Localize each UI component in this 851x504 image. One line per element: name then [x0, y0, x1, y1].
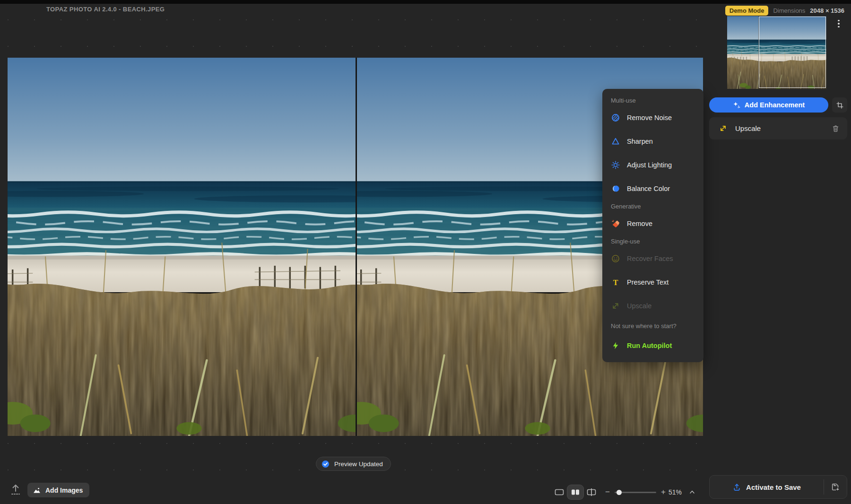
- app-window: TOPAZ PHOTO AI 2.4.0 - BEACH.JPEG Demo M…: [0, 0, 851, 504]
- sparkle-icon: [733, 101, 741, 109]
- menu-item-preserve-text[interactable]: T Preserve Text: [602, 270, 703, 294]
- menu-item-upscale[interactable]: Upscale: [602, 294, 703, 318]
- generative-remove-icon: [611, 219, 620, 228]
- enhancement-menu: Multi-use Remove Noise Sharpen: [602, 89, 703, 362]
- titlebar: TOPAZ PHOTO AI 2.4.0 - BEACH.JPEG Demo M…: [0, 4, 851, 17]
- menu-item-label: Remove Noise: [627, 114, 672, 122]
- menu-item-label: Upscale: [627, 302, 651, 310]
- app-title: TOPAZ PHOTO AI 2.4.0 - BEACH.JPEG: [46, 6, 165, 13]
- compare-view-icon: [586, 487, 597, 497]
- zoom-out-button[interactable]: −: [604, 487, 611, 497]
- add-images-button[interactable]: Add Images: [27, 483, 89, 497]
- menu-section-single-use: Single-use: [602, 235, 703, 247]
- trash-icon[interactable]: [832, 124, 840, 133]
- menu-item-label: Sharpen: [627, 138, 653, 145]
- preview-area: [8, 58, 703, 436]
- upscale-filter-label: Upscale: [735, 124, 824, 132]
- preview-updated-toast: Preview Updated: [316, 457, 391, 471]
- single-view-icon: [554, 487, 564, 497]
- menu-item-remove-noise[interactable]: Remove Noise: [602, 106, 703, 130]
- view-single-button[interactable]: [551, 485, 567, 499]
- navigator-viewport-rect[interactable]: [759, 17, 826, 88]
- menu-item-remove[interactable]: Remove: [602, 212, 703, 235]
- demo-mode-badge[interactable]: Demo Mode: [725, 6, 769, 16]
- preview-before-image[interactable]: [8, 58, 356, 436]
- menu-section-multi-use: Multi-use: [602, 95, 703, 106]
- window-top-strip: [0, 0, 851, 4]
- view-mode-toolbar: [551, 484, 599, 500]
- menu-item-run-autopilot[interactable]: Run Autopilot: [602, 334, 703, 357]
- menu-item-label: Adjust Lighting: [627, 161, 672, 169]
- remove-noise-icon: [611, 113, 620, 122]
- crop-icon: [836, 101, 844, 109]
- save-plus-icon: [831, 482, 840, 492]
- menu-item-label: Balance Color: [627, 185, 670, 192]
- split-view-icon: [570, 487, 581, 497]
- menu-item-sharpen[interactable]: Sharpen: [602, 130, 703, 153]
- menu-item-balance-color[interactable]: Balance Color: [602, 177, 703, 200]
- export-icon: [732, 483, 741, 492]
- filter-row-upscale[interactable]: Upscale: [709, 117, 847, 139]
- activate-to-save-button[interactable]: Activate to Save: [709, 475, 847, 499]
- menu-section-generative: Generative: [602, 200, 703, 212]
- zoom-presets-expander[interactable]: [688, 484, 696, 500]
- beach-photo-before: [8, 58, 356, 436]
- add-enhancement-label: Add Enhancement: [745, 101, 805, 109]
- save-options-button[interactable]: [824, 476, 847, 498]
- zoom-slider[interactable]: [615, 492, 656, 493]
- activate-to-save-label: Activate to Save: [746, 483, 801, 491]
- recover-faces-icon: [611, 254, 620, 263]
- zoom-percent-value[interactable]: 51%: [669, 484, 682, 500]
- menu-item-label: Remove: [627, 220, 652, 227]
- navigator-thumbnail[interactable]: [727, 16, 826, 89]
- preview-updated-label: Preview Updated: [334, 461, 383, 468]
- zoom-slider-handle[interactable]: [617, 490, 622, 495]
- zoom-control: − +: [604, 484, 667, 500]
- menu-item-adjust-lighting[interactable]: Adjust Lighting: [602, 153, 703, 177]
- menu-item-label: Run Autopilot: [627, 342, 672, 349]
- menu-item-recover-faces[interactable]: Recover Faces: [602, 247, 703, 270]
- import-button[interactable]: [9, 483, 22, 497]
- dimensions-label: Dimensions: [773, 7, 805, 14]
- preserve-text-icon: T: [611, 278, 620, 287]
- kebab-menu-icon[interactable]: [835, 17, 842, 30]
- menu-item-label: Recover Faces: [627, 255, 673, 262]
- view-compare-button[interactable]: [583, 485, 599, 499]
- image-icon: [32, 486, 42, 495]
- sharpen-icon: [611, 137, 620, 146]
- add-enhancement-button[interactable]: Add Enhancement: [709, 97, 828, 113]
- add-images-label: Add Images: [45, 487, 83, 494]
- crop-button[interactable]: [832, 97, 847, 113]
- dimensions-value: 2048 × 1536: [810, 7, 844, 14]
- upload-arrow-icon: [9, 483, 22, 497]
- upscale-disabled-icon: [611, 301, 620, 311]
- view-split-button[interactable]: [567, 485, 583, 499]
- chevron-up-icon: [688, 488, 696, 496]
- menu-item-label: Preserve Text: [627, 278, 669, 286]
- svg-text:T: T: [613, 278, 618, 287]
- check-circle-icon: [321, 460, 330, 469]
- balance-color-icon: [611, 184, 620, 193]
- menu-hint-text: Not sure where to start?: [602, 318, 703, 334]
- zoom-in-button[interactable]: +: [660, 487, 667, 497]
- adjust-lighting-icon: [611, 160, 620, 170]
- upscale-icon: [719, 124, 728, 133]
- autopilot-bolt-icon: [611, 341, 620, 350]
